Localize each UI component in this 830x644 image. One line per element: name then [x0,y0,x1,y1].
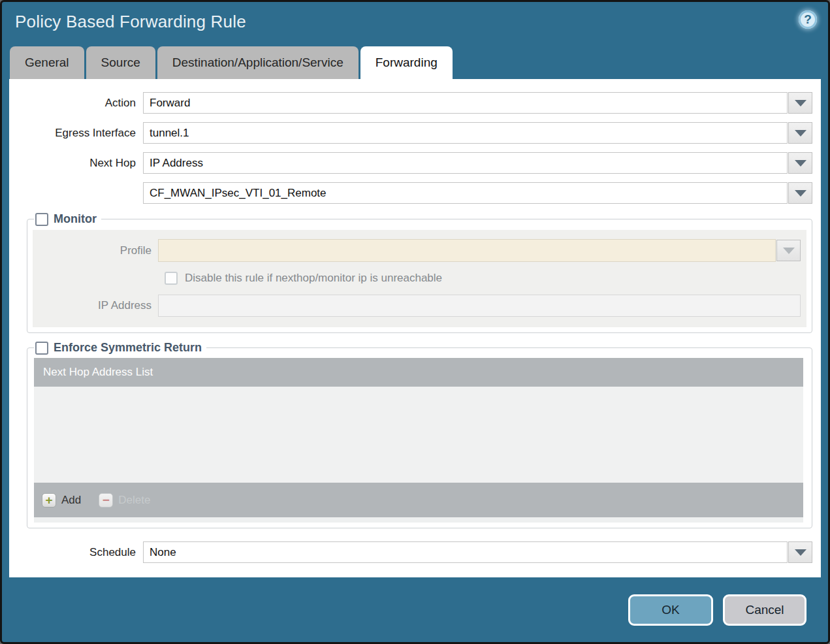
next-hop-dropdown-button[interactable] [788,152,812,174]
next-hop-row: Next Hop [9,152,812,174]
ok-button[interactable]: OK [628,594,713,626]
table-header: Next Hop Address List [34,358,803,387]
tab-bar: General Source Destination/Application/S… [10,46,828,79]
next-hop-type-input[interactable] [143,152,788,174]
schedule-input[interactable] [143,541,788,563]
delete-button-label: Delete [118,494,150,507]
egress-interface-label: Egress Interface [9,127,143,140]
monitor-checkbox[interactable] [35,213,48,226]
profile-label: Profile [33,244,158,257]
symmetric-return-section: Enforce Symmetric Return Next Hop Addres… [27,341,812,528]
action-row: Action [9,92,812,114]
cancel-button-label: Cancel [745,603,784,617]
plus-icon: + [42,493,56,507]
table-header-label: Next Hop Address List [43,366,153,379]
table-footer: + Add − Delete [34,483,803,517]
monitor-ip-address-row: IP Address [33,295,801,317]
profile-dropdown-button [776,240,801,261]
chevron-down-icon [795,190,806,197]
dialog-titlebar: Policy Based Forwarding Rule ? [2,2,828,42]
disable-rule-row: Disable this rule if nexthop/monitor ip … [165,272,801,285]
schedule-label: Schedule [9,546,143,559]
forwarding-tab-panel: Action Egress Interface Next Hop [9,79,821,577]
cancel-button[interactable]: Cancel [723,594,806,626]
delete-button: − Delete [99,493,150,507]
action-dropdown-button[interactable] [788,92,812,114]
disable-rule-checkbox [165,272,178,285]
schedule-dropdown-button[interactable] [788,541,812,563]
monitor-ip-address-input [158,295,801,317]
egress-interface-row: Egress Interface [9,122,812,144]
tab-destination-application-service[interactable]: Destination/Application/Service [157,46,359,79]
disable-rule-label: Disable this rule if nexthop/monitor ip … [185,272,442,285]
chevron-down-icon [795,100,806,106]
help-icon[interactable]: ? [799,10,817,29]
ok-button-label: OK [662,603,679,617]
tab-label: Destination/Application/Service [172,56,343,69]
enforce-symmetric-return-checkbox[interactable] [35,342,48,355]
help-glyph: ? [804,12,812,27]
symmetric-return-legend-label: Enforce Symmetric Return [54,341,202,355]
profile-row: Profile [33,239,801,262]
add-button[interactable]: + Add [42,493,81,507]
egress-interface-input[interactable] [143,122,788,144]
tab-forwarding[interactable]: Forwarding [360,46,453,79]
tab-label: Source [101,56,140,69]
monitor-section: Monitor Profile Disable this rule if nex… [27,212,812,333]
chevron-down-icon [795,549,806,556]
chevron-down-icon [783,248,795,254]
monitor-ip-address-label: IP Address [33,299,158,312]
tab-source[interactable]: Source [86,46,155,79]
tab-general[interactable]: General [10,46,84,79]
chevron-down-icon [795,160,806,167]
add-button-label: Add [61,494,81,507]
tab-label: General [25,56,69,69]
next-hop-address-list-table: Next Hop Address List + Add − Delete [34,358,803,523]
next-hop-address-input[interactable] [143,182,788,204]
action-label: Action [9,97,143,110]
policy-based-forwarding-rule-dialog: Policy Based Forwarding Rule ? General S… [0,0,830,644]
chevron-down-icon [795,130,806,137]
tab-label: Forwarding [375,56,438,69]
monitor-legend-label: Monitor [54,212,97,226]
next-hop-label: Next Hop [9,157,143,170]
symmetric-return-legend: Enforce Symmetric Return [34,341,206,355]
action-input[interactable] [143,92,788,114]
monitor-disabled-panel: Profile Disable this rule if nexthop/mon… [33,230,806,327]
dialog-title: Policy Based Forwarding Rule [15,12,246,31]
egress-interface-dropdown-button[interactable] [788,122,812,144]
next-hop-address-row [9,182,812,204]
minus-icon: − [99,493,113,507]
table-body-empty[interactable] [34,387,803,483]
next-hop-address-dropdown-button[interactable] [788,182,812,204]
profile-input [158,239,776,262]
monitor-legend: Monitor [34,212,101,226]
table-scroll-strip [34,517,803,523]
schedule-row: Schedule [9,541,812,563]
